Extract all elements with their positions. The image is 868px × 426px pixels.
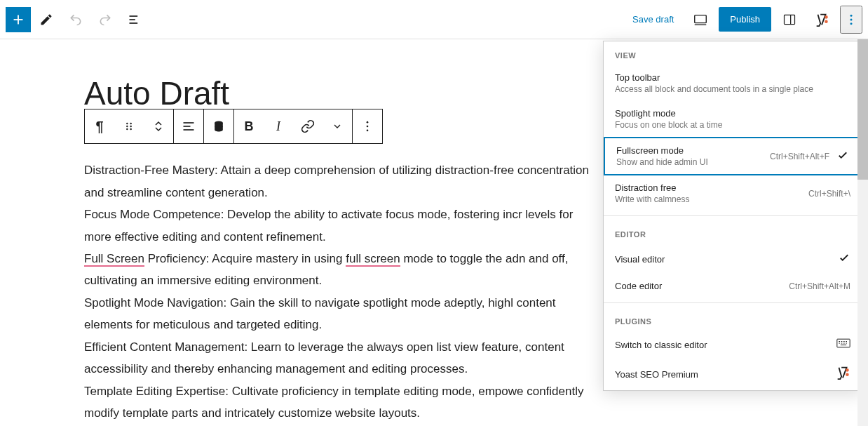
post-content[interactable]: Distraction-Free Mastery: Attain a deep … <box>84 159 596 424</box>
paragraph[interactable]: Efficient Content Management: Learn to l… <box>84 336 596 380</box>
menu-label: Code editor <box>615 281 780 291</box>
redo-icon <box>98 13 112 27</box>
bold-icon: B <box>245 119 254 134</box>
toolbar-right: Save draft Publish <box>624 6 862 34</box>
paragraph[interactable]: Distraction-Free Mastery: Attain a deep … <box>84 159 596 204</box>
svg-point-15 <box>130 123 131 124</box>
drag-handle[interactable] <box>114 109 144 143</box>
svg-point-26 <box>367 130 369 132</box>
options-dropdown: VIEW Top toolbar Access all block and do… <box>603 41 862 391</box>
svg-rect-4 <box>130 22 138 24</box>
top-toolbar: Save draft Publish <box>0 0 868 39</box>
align-button[interactable] <box>174 109 203 143</box>
menu-fullscreen[interactable]: Fullscreen mode Show and hide admin UI C… <box>604 137 862 175</box>
menu-code-editor[interactable]: Code editor Ctrl+Shift+Alt+M <box>604 274 862 298</box>
database-button[interactable] <box>204 109 233 143</box>
menu-visual-editor[interactable]: Visual editor <box>604 244 862 274</box>
align-icon <box>182 119 196 133</box>
italic-icon: I <box>276 119 280 134</box>
chevrons-icon <box>154 121 163 132</box>
menu-label: Fullscreen mode <box>616 145 761 156</box>
check-icon <box>838 251 850 267</box>
separator <box>604 302 862 303</box>
paragraph-block-button[interactable]: ¶ <box>85 109 114 143</box>
link-icon <box>301 119 315 133</box>
scrollbar[interactable] <box>857 39 868 426</box>
menu-spotlight[interactable]: Spotlight mode Focus on one block at a t… <box>604 101 862 137</box>
paragraph[interactable]: Spotlight Mode Navigation: Gain the skil… <box>84 292 596 336</box>
svg-point-13 <box>850 22 853 25</box>
block-toolbar: ¶ B I <box>84 109 383 144</box>
dropdown-heading-plugins: PLUGINS <box>604 307 862 331</box>
svg-point-37 <box>846 368 849 372</box>
menu-yoast-premium[interactable]: Yoast SEO Premium <box>604 358 862 390</box>
svg-point-11 <box>850 14 853 16</box>
svg-rect-7 <box>785 15 795 24</box>
menu-shortcut: Ctrl+Shift+Alt+F <box>770 152 829 161</box>
options-menu-button[interactable] <box>840 6 862 34</box>
menu-top-toolbar[interactable]: Top toolbar Access all block and documen… <box>604 65 862 101</box>
svg-point-16 <box>126 126 128 127</box>
paragraph[interactable]: Template Editing Expertise: Cultivate pr… <box>84 380 596 425</box>
undo-button[interactable] <box>62 6 90 34</box>
link-button[interactable] <box>293 109 323 143</box>
svg-point-17 <box>130 126 131 127</box>
desktop-icon <box>693 12 708 27</box>
add-block-button[interactable] <box>6 7 31 32</box>
svg-point-38 <box>846 373 849 376</box>
yoast-icon <box>835 365 850 383</box>
menu-desc: Focus on one block at a time <box>615 120 850 130</box>
settings-panel-toggle[interactable] <box>775 6 803 34</box>
menu-label: Distraction free <box>615 182 800 193</box>
publish-button[interactable]: Publish <box>719 7 771 32</box>
svg-point-24 <box>367 121 369 124</box>
menu-label: Top toolbar <box>615 72 850 83</box>
menu-label: Switch to classic editor <box>615 340 836 350</box>
paragraph[interactable]: Full Screen Proficiency: Acquire mastery… <box>84 248 596 292</box>
dropdown-heading-editor: EDITOR <box>604 220 862 244</box>
svg-point-12 <box>850 18 853 20</box>
menu-desc: Write with calmness <box>615 194 800 204</box>
menu-classic-editor[interactable]: Switch to classic editor <box>604 331 862 358</box>
undo-icon <box>69 13 83 27</box>
edit-mode-button[interactable] <box>32 6 60 34</box>
svg-rect-21 <box>184 126 191 127</box>
svg-rect-22 <box>184 129 194 131</box>
svg-point-10 <box>825 20 828 23</box>
bold-button[interactable]: B <box>234 109 264 143</box>
preview-button[interactable] <box>686 6 714 34</box>
italic-button[interactable]: I <box>264 109 293 143</box>
save-draft-button[interactable]: Save draft <box>624 8 682 30</box>
menu-label: Visual editor <box>615 254 831 265</box>
dropdown-heading-view: VIEW <box>604 41 862 65</box>
list-view-icon <box>128 13 142 27</box>
redo-button[interactable] <box>91 6 119 34</box>
menu-distraction-free[interactable]: Distraction free Write with calmness Ctr… <box>604 175 862 211</box>
document-overview-button[interactable] <box>121 6 149 34</box>
scrollbar-thumb[interactable] <box>857 39 868 180</box>
pilcrow-icon: ¶ <box>95 119 103 135</box>
plus-icon <box>11 12 26 27</box>
menu-label: Spotlight mode <box>615 108 850 119</box>
pencil-icon <box>39 13 53 27</box>
block-more-button[interactable] <box>353 109 382 143</box>
more-formatting-button[interactable] <box>323 109 352 143</box>
svg-point-9 <box>825 15 828 19</box>
separator <box>604 215 862 216</box>
svg-rect-3 <box>130 19 135 20</box>
yoast-button[interactable] <box>808 6 836 34</box>
svg-point-14 <box>126 123 128 124</box>
svg-rect-2 <box>130 15 138 17</box>
svg-rect-5 <box>695 15 707 22</box>
menu-shortcut: Ctrl+Shift+Alt+M <box>789 281 850 291</box>
menu-desc: Access all block and document tools in a… <box>615 84 850 94</box>
editor-canvas: Auto Draft ¶ B I <box>0 39 596 424</box>
keyboard-icon <box>836 338 850 351</box>
svg-rect-20 <box>184 122 194 124</box>
post-title[interactable]: Auto Draft <box>84 74 596 113</box>
check-icon <box>836 149 849 164</box>
drag-icon <box>123 121 135 132</box>
chevron-down-icon <box>332 121 343 132</box>
paragraph[interactable]: Focus Mode Competence: Develop the abili… <box>84 204 596 248</box>
move-button[interactable] <box>144 109 173 143</box>
